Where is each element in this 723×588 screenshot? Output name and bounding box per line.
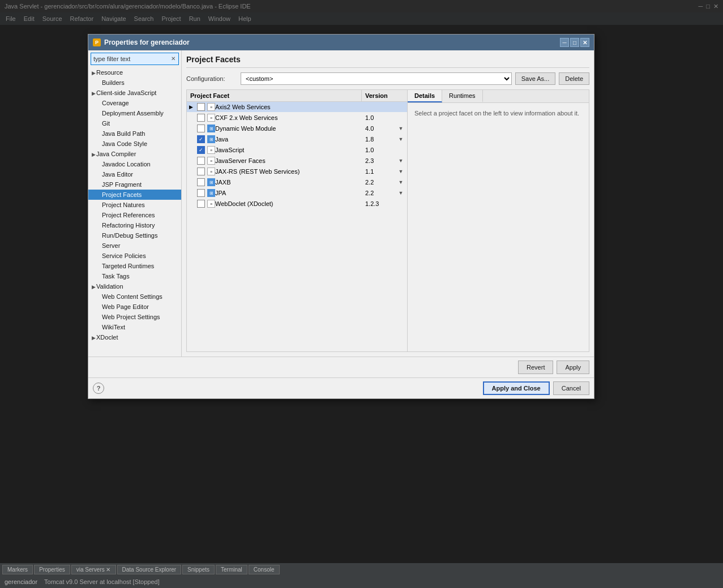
help-button[interactable]: ? [93, 383, 104, 394]
facet-version-dynamic-web: 4.0 [363, 125, 397, 132]
dialog-minimize-btn[interactable]: ─ [560, 38, 569, 47]
facet-checkbox-cxf2[interactable] [197, 114, 205, 122]
sidebar-item-server[interactable]: Server [88, 241, 181, 251]
facet-row-jpa[interactable]: ⊞ JPA 2.2 ▼ [187, 188, 407, 199]
facet-name-cxf2: CXF 2.x Web Services [215, 114, 363, 121]
revert-apply-row: Revert Apply [88, 357, 594, 377]
facet-version-cxf2: 1.0 [363, 114, 397, 121]
sidebar-item-deployment-assembly[interactable]: Deployment Assembly [88, 108, 181, 118]
tab-via-servers[interactable]: via Servers ✕ [71, 565, 116, 574]
tab-terminal[interactable]: Terminal [216, 565, 247, 574]
sidebar-search-input[interactable] [91, 53, 179, 65]
sidebar-item-wikitext[interactable]: WikiText [88, 322, 181, 332]
sidebar-item-java-compiler[interactable]: ▶ Java Compiler [88, 149, 181, 159]
dialog-close-btn[interactable]: ✕ [580, 38, 589, 47]
facet-checkbox-java[interactable] [197, 135, 205, 143]
sidebar-item-java-build-path[interactable]: Java Build Path [88, 128, 181, 139]
facet-checkbox-jpa[interactable] [197, 189, 205, 197]
dialog-titlebar: P Properties for gerenciador ─ □ ✕ [88, 35, 594, 50]
tab-console[interactable]: Console [249, 565, 280, 574]
facet-row-webdoclet[interactable]: ≡ WebDoclet (XDoclet) 1.2.3 [187, 199, 407, 209]
sidebar-item-java-code-style[interactable]: Java Code Style [88, 139, 181, 149]
facet-checkbox-dynamic-web[interactable] [197, 125, 205, 132]
sidebar-label-resource: Resource [96, 69, 123, 76]
config-label: Configuration: [186, 75, 237, 82]
sidebar-item-web-project-settings[interactable]: Web Project Settings [88, 312, 181, 322]
facet-version-jax-rs: 1.1 [363, 168, 397, 175]
facet-dropdown-javaserver-faces[interactable]: ▼ [397, 158, 405, 164]
sidebar-label-builders: Builders [102, 79, 125, 86]
facet-name-jax-rs: JAX-RS (REST Web Services) [215, 168, 363, 175]
sidebar-item-project-natures[interactable]: Project Natures [88, 200, 181, 210]
facet-row-cxf2[interactable]: ≡ CXF 2.x Web Services 1.0 [187, 113, 407, 123]
sidebar-item-targeted-runtimes[interactable]: Targeted Runtimes [88, 261, 181, 271]
apply-button[interactable]: Apply [557, 360, 589, 374]
facet-version-javascript: 1.0 [363, 147, 397, 153]
facet-name-jaxb: JAXB [215, 179, 363, 186]
facet-row-axis2[interactable]: ▶ ≡ Axis2 Web Services [187, 102, 407, 113]
cancel-button[interactable]: Cancel [553, 381, 589, 395]
sidebar-item-refactoring-history[interactable]: Refactoring History [88, 220, 181, 230]
tab-snippets[interactable]: Snippets [182, 565, 215, 574]
facet-name-javascript: JavaScript [215, 147, 363, 153]
sidebar-item-jsp-fragment[interactable]: JSP Fragment [88, 179, 181, 190]
facet-expand-axis2[interactable]: ▶ [189, 104, 196, 110]
facet-checkbox-jax-rs[interactable] [197, 168, 205, 175]
sidebar-item-client-side-js[interactable]: ▶ Client-side JavaScript [88, 88, 181, 98]
sidebar-item-service-policies[interactable]: Service Policies [88, 251, 181, 261]
facet-row-dynamic-web[interactable]: ⊞ Dynamic Web Module 4.0 ▼ [187, 123, 407, 134]
facet-dropdown-java[interactable]: ▼ [397, 136, 405, 142]
sidebar-item-task-tags[interactable]: Task Tags [88, 271, 181, 281]
sidebar-item-javadoc-location[interactable]: Javadoc Location [88, 159, 181, 169]
sidebar-label-web-page-editor: Web Page Editor [102, 303, 149, 310]
facet-checkbox-axis2[interactable] [197, 103, 205, 111]
dialog-maximize-btn[interactable]: □ [570, 38, 579, 47]
sidebar-item-project-references[interactable]: Project References [88, 210, 181, 220]
expand-arrow-client-side-js: ▶ [92, 91, 96, 96]
facet-row-javaserver-faces[interactable]: ≡ JavaServer Faces 2.3 ▼ [187, 156, 407, 166]
tab-properties[interactable]: Properties [34, 565, 70, 574]
facet-row-java[interactable]: ⊞ Java 1.8 ▼ [187, 134, 407, 145]
facet-row-jaxb[interactable]: ⊞ JAXB 2.2 ▼ [187, 177, 407, 188]
facet-icon-javaserver-faces: ≡ [207, 157, 215, 165]
facets-body: ▶ ≡ Axis2 Web Services ≡ CXF 2.x Web Ser… [187, 102, 407, 351]
facet-checkbox-javaserver-faces[interactable] [197, 157, 205, 165]
sidebar-item-web-content-settings[interactable]: Web Content Settings [88, 291, 181, 302]
config-select[interactable]: <custom> [241, 72, 512, 85]
facet-checkbox-webdoclet[interactable] [197, 200, 205, 208]
tab-details[interactable]: Details [408, 90, 442, 102]
tab-markers[interactable]: Markers [2, 565, 33, 574]
status-server: Tomcat v9.0 Server at localhost [Stopped… [44, 578, 160, 585]
sidebar-item-java-editor[interactable]: Java Editor [88, 169, 181, 179]
sidebar-item-validation[interactable]: ▶ Validation [88, 281, 181, 291]
facet-row-javascript[interactable]: ≡ JavaScript 1.0 [187, 145, 407, 156]
sidebar-item-coverage[interactable]: Coverage [88, 98, 181, 108]
apply-close-button[interactable]: Apply and Close [483, 381, 550, 395]
delete-button[interactable]: Delete [559, 72, 589, 85]
sidebar-item-resource[interactable]: ▶ Resource [88, 67, 181, 78]
sidebar-item-xdoclet[interactable]: ▶ XDoclet [88, 332, 181, 342]
revert-button[interactable]: Revert [518, 360, 553, 374]
facet-checkbox-javascript[interactable] [197, 146, 205, 154]
facet-dropdown-dynamic-web[interactable]: ▼ [397, 126, 405, 131]
sidebar-item-git[interactable]: Git [88, 118, 181, 128]
tab-runtimes[interactable]: Runtimes [442, 90, 482, 102]
sidebar-item-builders[interactable]: Builders [88, 78, 181, 88]
facet-dropdown-jax-rs[interactable]: ▼ [397, 169, 405, 174]
tab-datasource[interactable]: Data Source Explorer [117, 565, 182, 574]
sidebar-item-run-debug-settings[interactable]: Run/Debug Settings [88, 230, 181, 241]
facet-icon-cxf2: ≡ [207, 114, 215, 122]
dialog-sidebar: ✕ ▶ ResourceBuilders▶ Client-side JavaSc… [88, 50, 182, 357]
facet-dropdown-jpa[interactable]: ▼ [397, 190, 405, 196]
dialog-win-controls: ─ □ ✕ [560, 38, 589, 47]
facet-name-axis2: Axis2 Web Services [215, 104, 363, 110]
sidebar-label-validation: Validation [96, 283, 123, 290]
facet-dropdown-jaxb[interactable]: ▼ [397, 179, 405, 185]
facet-row-jax-rs[interactable]: ≡ JAX-RS (REST Web Services) 1.1 ▼ [187, 166, 407, 177]
sidebar-item-web-page-editor[interactable]: Web Page Editor [88, 302, 181, 312]
save-as-button[interactable]: Save As... [515, 72, 556, 85]
expand-arrow-validation: ▶ [92, 284, 96, 290]
facet-checkbox-jaxb[interactable] [197, 178, 205, 186]
sidebar-search-clear-btn[interactable]: ✕ [169, 54, 178, 63]
sidebar-item-project-facets[interactable]: Project Facets [88, 190, 181, 200]
